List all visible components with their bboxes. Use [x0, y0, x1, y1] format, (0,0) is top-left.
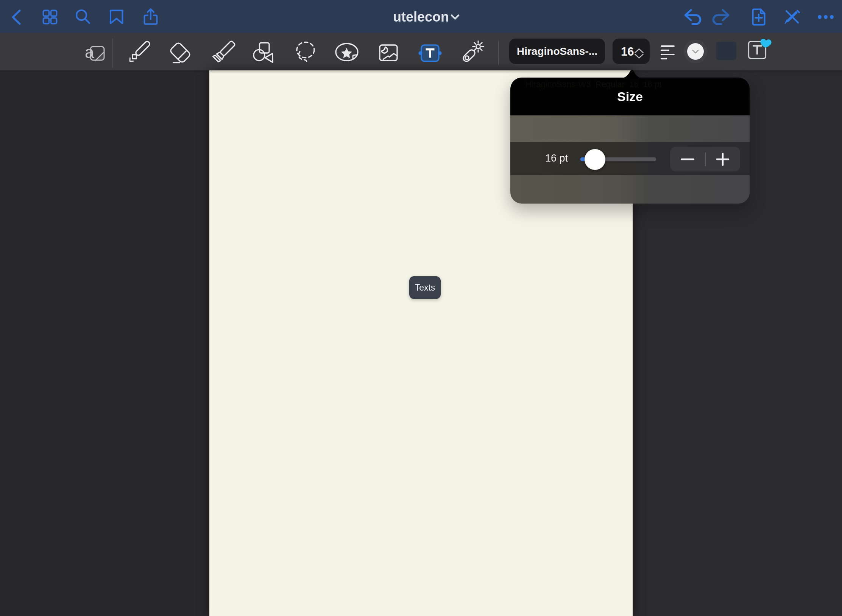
svg-text:a: a: [85, 43, 94, 61]
